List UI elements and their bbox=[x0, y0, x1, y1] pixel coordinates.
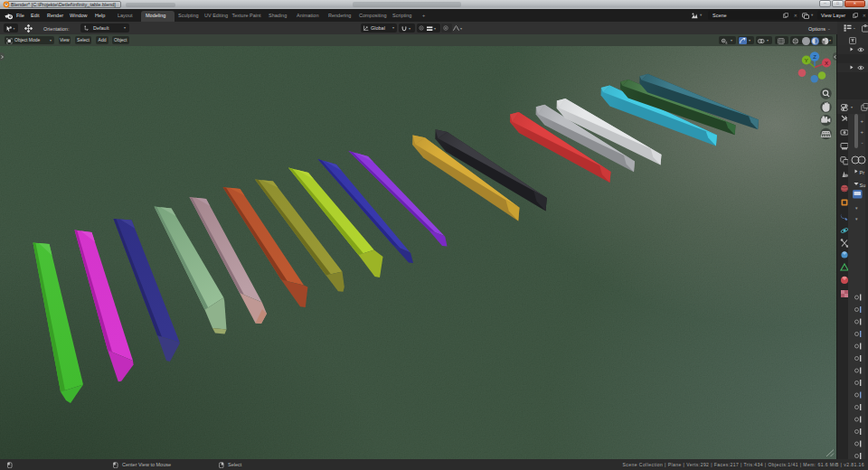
svg-text:+: + bbox=[861, 118, 864, 124]
svg-text:+: + bbox=[861, 129, 864, 135]
svg-text:▾: ▾ bbox=[855, 216, 858, 221]
svg-text:⌄: ⌄ bbox=[861, 139, 864, 145]
svg-text:Su: Su bbox=[860, 183, 866, 188]
svg-text:Z: Z bbox=[813, 54, 816, 60]
svg-text:X: X bbox=[825, 61, 828, 66]
svg-text:▾: ▾ bbox=[855, 205, 858, 211]
svg-text:Y: Y bbox=[805, 58, 808, 63]
svg-text:Pr: Pr bbox=[860, 170, 865, 175]
